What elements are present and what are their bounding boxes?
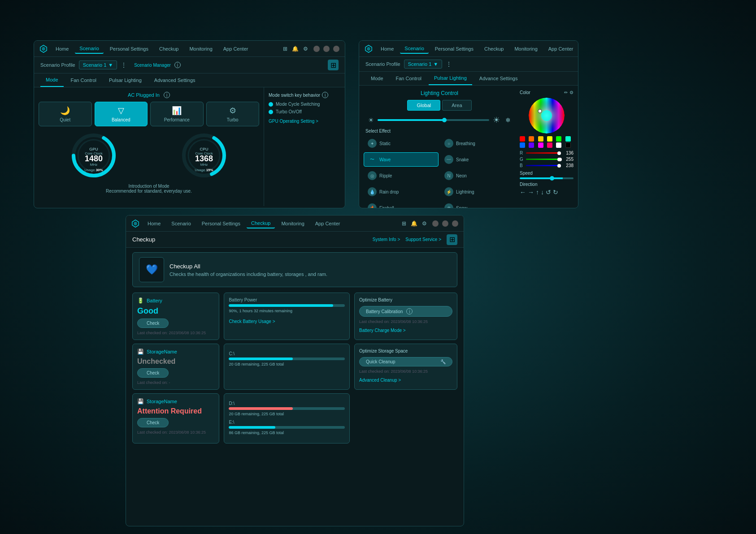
effect-lightning[interactable]: ⚡ Lightning — [440, 185, 515, 199]
mode-balanced[interactable]: ▽ Balanced — [95, 102, 148, 126]
nav-appcenter-3[interactable]: App Center — [311, 219, 345, 228]
radio-turbo[interactable]: Turbo On/Off — [269, 109, 340, 114]
speed-slider[interactable] — [520, 177, 574, 179]
nav-checkup-2[interactable]: Checkup — [480, 44, 508, 53]
swatch-blue[interactable] — [520, 142, 525, 148]
nav-home-1[interactable]: Home — [51, 44, 73, 53]
minimize-btn-3[interactable] — [432, 220, 439, 227]
nav-checkup-3[interactable]: Checkup — [247, 219, 275, 228]
rgb-r-slider[interactable] — [526, 152, 561, 154]
grid-icon-3[interactable]: ⊞ — [447, 234, 457, 245]
gpu-operating-link[interactable]: GPU Operating Setting > — [269, 119, 340, 124]
swatch-yellow2[interactable] — [547, 136, 552, 142]
scenario-dropdown-2[interactable]: Scenario 1 ▼ — [404, 60, 442, 69]
quick-cleanup-btn[interactable]: Quick Cleanup 🔧 — [359, 357, 452, 366]
brightness-slider[interactable] — [378, 119, 489, 121]
check-battery-link[interactable]: Check Battery Usage > — [229, 319, 275, 324]
nav-scenario-3[interactable]: Scenario — [167, 219, 195, 228]
charge-mode-link[interactable]: Battery Charge Mode > — [359, 328, 406, 333]
color-edit-icon[interactable]: ✏ — [564, 90, 568, 95]
mode-quiet[interactable]: 🌙 Quiet — [39, 102, 92, 126]
share-icon-1[interactable]: ⊞ — [283, 46, 287, 52]
swatch-red[interactable] — [520, 136, 525, 142]
scenario-manager-btn-1[interactable]: Scenario Manager — [134, 63, 171, 68]
mode-switch-info-icon[interactable]: i — [322, 92, 328, 98]
advanced-cleanup-link[interactable]: Advanced Cleanup > — [359, 378, 401, 383]
nav-personal-1[interactable]: Personal Settings — [105, 44, 153, 53]
tab-advanced-1[interactable]: Advanced Settings — [149, 74, 201, 86]
nav-home-3[interactable]: Home — [143, 219, 165, 228]
nav-personal-2[interactable]: Personal Settings — [430, 44, 478, 53]
bell-icon-1[interactable]: 🔔 — [292, 46, 299, 52]
nav-scenario-1[interactable]: Scenario — [75, 44, 103, 54]
close-btn-3[interactable] — [452, 220, 458, 227]
swatch-green[interactable] — [556, 136, 561, 142]
effect-breathing[interactable]: ○ Breathing — [440, 136, 515, 151]
minimize-btn-1[interactable] — [313, 46, 320, 52]
swatch-magenta[interactable] — [538, 142, 543, 148]
info-icon-1[interactable]: i — [174, 62, 181, 68]
restore-btn-3[interactable] — [442, 220, 448, 227]
effect-snow[interactable]: ❄ Snow — [440, 201, 515, 208]
color-wheel[interactable] — [529, 98, 565, 134]
settings-icon-1[interactable]: ⚙ — [303, 46, 308, 52]
tab-fan-2[interactable]: Fan Control — [391, 72, 427, 85]
swatch-pink[interactable] — [547, 142, 552, 148]
mode-performance[interactable]: 📊 Performance — [150, 102, 204, 126]
rgb-g-slider[interactable] — [526, 159, 561, 160]
dir-cw-icon[interactable]: ↻ — [553, 189, 558, 196]
nav-appcenter-2[interactable]: App Center — [544, 44, 578, 53]
nav-appcenter-1[interactable]: App Center — [219, 44, 253, 53]
ga-tab-area[interactable]: Area — [442, 100, 471, 111]
effect-wave[interactable]: 〜 Wave — [364, 152, 439, 167]
dir-up-icon[interactable]: ↑ — [536, 189, 539, 196]
effect-fireball[interactable]: 🔥 Fireball — [364, 201, 439, 208]
tab-pulsar-2[interactable]: Pulsar Lighting — [429, 72, 472, 85]
rgb-b-slider[interactable] — [526, 165, 561, 166]
dir-down-icon[interactable]: ↓ — [541, 189, 544, 196]
effect-raindrop[interactable]: 💧 Rain drop — [364, 185, 439, 199]
radio-cycle[interactable]: Mode Cycle Switching — [269, 102, 340, 107]
settings-icon-3[interactable]: ⚙ — [422, 220, 427, 227]
mode-turbo[interactable]: ⚙ Turbo — [206, 102, 260, 126]
grid-icon-1[interactable]: ⊞ — [328, 60, 339, 70]
support-service-link[interactable]: Support Service > — [405, 237, 441, 242]
restore-btn-1[interactable] — [323, 46, 330, 52]
battery-check-btn[interactable]: Check — [137, 319, 169, 328]
scenario-dropdown-1[interactable]: Scenario 1 ▼ — [79, 60, 117, 69]
tab-pulsar-1[interactable]: Pulsar Lighting — [104, 74, 147, 86]
storage2-check-btn[interactable]: Check — [137, 418, 169, 427]
effect-snake[interactable]: 〰 Snake — [440, 152, 515, 167]
ac-info-icon[interactable]: i — [164, 92, 170, 98]
tab-fan-1[interactable]: Fan Control — [65, 74, 102, 86]
nav-home-2[interactable]: Home — [376, 44, 398, 53]
tab-mode-2[interactable]: Mode — [365, 72, 389, 85]
effect-ripple[interactable]: ◎ Ripple — [364, 168, 439, 183]
battery-calibration-btn[interactable]: Battery Calibration i — [359, 306, 452, 317]
checkup-all-btn[interactable]: Checkup All — [169, 263, 327, 270]
three-dots-2[interactable]: ⋮ — [446, 60, 452, 68]
swatch-white[interactable] — [556, 142, 561, 148]
nav-scenario-2[interactable]: Scenario — [400, 44, 428, 54]
nav-monitoring-3[interactable]: Monitoring — [277, 219, 308, 228]
nav-checkup-1[interactable]: Checkup — [155, 44, 183, 53]
three-dots-1[interactable]: ⋮ — [121, 61, 127, 69]
tab-advance-2[interactable]: Advance Settings — [474, 72, 523, 85]
cal-info-icon[interactable]: i — [406, 308, 413, 314]
color-settings-icon[interactable]: ⚙ — [569, 90, 574, 95]
nav-monitoring-1[interactable]: Monitoring — [185, 44, 217, 53]
nav-monitoring-2[interactable]: Monitoring — [510, 44, 542, 53]
storage1-check-btn[interactable]: Check — [137, 368, 169, 378]
swatch-orange[interactable] — [529, 136, 534, 142]
tab-mode-1[interactable]: Mode — [40, 73, 64, 87]
swatch-black[interactable] — [565, 142, 571, 148]
dir-right-icon[interactable]: → — [528, 189, 534, 196]
nav-personal-3[interactable]: Personal Settings — [197, 219, 245, 228]
bell-icon-3[interactable]: 🔔 — [411, 220, 417, 227]
system-info-link[interactable]: System Info > — [373, 237, 400, 242]
ga-tab-global[interactable]: Global — [407, 100, 440, 111]
effect-neon[interactable]: N Neon — [440, 168, 515, 183]
dir-ccw-icon[interactable]: ↺ — [546, 189, 551, 196]
effect-static[interactable]: ✦ Static — [364, 136, 439, 151]
close-btn-1[interactable] — [333, 46, 339, 52]
